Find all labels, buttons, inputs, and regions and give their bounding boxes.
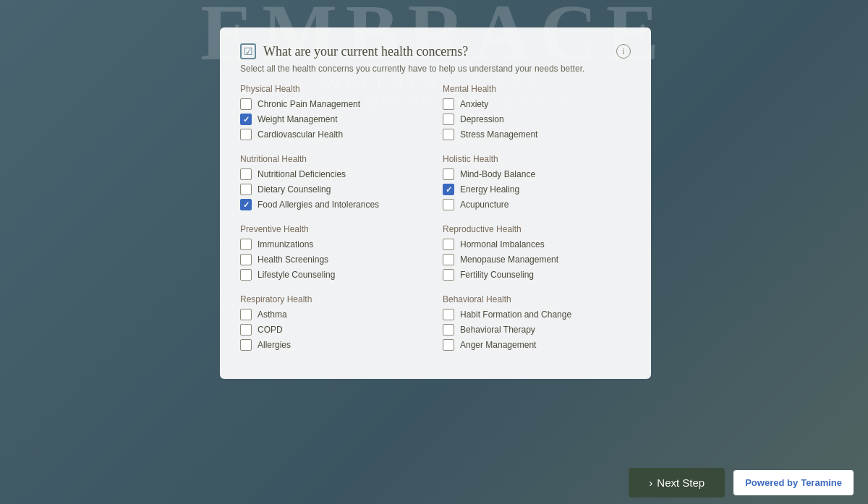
checkbox-acupuncture[interactable] <box>443 199 454 210</box>
section-physical-health: Physical HealthChronic Pain ManagementWe… <box>240 84 428 144</box>
label-stress-management: Stress Management <box>460 129 537 140</box>
next-step-label: Next Step <box>657 477 705 489</box>
label-asthma: Asthma <box>258 309 287 320</box>
label-habit-formation: Habit Formation and Change <box>460 309 571 320</box>
check-item-behavioral-therapy: Behavioral Therapy <box>443 324 631 336</box>
label-hormonal-imbalances: Hormonal Imbalances <box>460 239 545 249</box>
health-concerns-modal: ☑ What are your current health concerns?… <box>220 27 651 379</box>
check-item-stress-management: Stress Management <box>443 129 631 140</box>
label-mind-body-balance: Mind-Body Balance <box>460 169 535 179</box>
check-item-chronic-pain: Chronic Pain Management <box>240 98 428 110</box>
section-respiratory-health: Respiratory HealthAsthmaCOPDAllergies <box>240 294 428 354</box>
checkbox-depression[interactable] <box>443 114 454 125</box>
check-item-lifestyle-counseling: Lifestyle Counseling <box>240 269 428 281</box>
check-item-menopause-management: Menopause Management <box>443 254 631 265</box>
section-preventive-health: Preventive HealthImmunizationsHealth Scr… <box>240 224 428 284</box>
section-title-physical-health: Physical Health <box>240 84 428 94</box>
checkbox-menopause-management[interactable] <box>443 254 454 265</box>
checkbox-anxiety[interactable] <box>443 98 454 110</box>
label-food-allergies: Food Allergies and Intolerances <box>258 200 379 210</box>
modal-title: What are your current health concerns? <box>263 44 468 59</box>
info-icon[interactable]: i <box>616 44 631 59</box>
check-item-immunizations: Immunizations <box>240 239 428 250</box>
checkbox-anger-management[interactable] <box>443 339 454 351</box>
checkbox-dietary-counseling[interactable] <box>240 184 252 195</box>
label-fertility-counseling: Fertility Counseling <box>460 270 534 280</box>
checkbox-chronic-pain[interactable] <box>240 98 252 110</box>
label-copd: COPD <box>258 325 283 335</box>
label-anger-management: Anger Management <box>460 340 536 350</box>
check-item-habit-formation: Habit Formation and Change <box>443 309 631 320</box>
checkbox-fertility-counseling[interactable] <box>443 269 454 281</box>
checkbox-hormonal-imbalances[interactable] <box>443 239 454 250</box>
check-item-fertility-counseling: Fertility Counseling <box>443 269 631 281</box>
section-nutritional-health: Nutritional HealthNutritional Deficienci… <box>240 154 428 214</box>
section-title-behavioral-health: Behavioral Health <box>443 294 631 304</box>
label-energy-healing: Energy Healing <box>460 184 519 195</box>
label-cardiovascular: Cardiovascular Health <box>258 129 343 140</box>
section-holistic-health: Holistic HealthMind-Body BalanceEnergy H… <box>443 154 631 214</box>
label-dietary-counseling: Dietary Counseling <box>258 184 331 195</box>
modal-title-row: ☑ What are your current health concerns? <box>240 43 468 59</box>
section-title-respiratory-health: Respiratory Health <box>240 294 428 304</box>
modal-header: ☑ What are your current health concerns?… <box>240 43 631 59</box>
label-menopause-management: Menopause Management <box>460 255 558 265</box>
checkbox-asthma[interactable] <box>240 309 252 320</box>
section-behavioral-health: Behavioral HealthHabit Formation and Cha… <box>443 294 631 354</box>
label-health-screenings: Health Screenings <box>258 255 328 265</box>
check-item-weight-management: Weight Management <box>240 114 428 125</box>
label-lifestyle-counseling: Lifestyle Counseling <box>258 270 335 280</box>
label-anxiety: Anxiety <box>460 99 488 109</box>
next-step-button[interactable]: › Next Step <box>629 468 725 497</box>
label-acupuncture: Acupuncture <box>460 200 509 210</box>
check-item-anxiety: Anxiety <box>443 98 631 110</box>
modal-checkbox-icon: ☑ <box>240 43 256 59</box>
check-item-acupuncture: Acupuncture <box>443 199 631 210</box>
powered-by-badge: Powered by Teramine <box>733 470 854 495</box>
label-weight-management: Weight Management <box>258 114 338 124</box>
checkbox-mind-body-balance[interactable] <box>443 168 454 180</box>
label-immunizations: Immunizations <box>258 239 313 249</box>
check-item-allergies: Allergies <box>240 339 428 351</box>
checkbox-lifestyle-counseling[interactable] <box>240 269 252 281</box>
checkbox-cardiovascular[interactable] <box>240 129 252 140</box>
check-item-health-screenings: Health Screenings <box>240 254 428 265</box>
check-item-copd: COPD <box>240 324 428 336</box>
checkbox-behavioral-therapy[interactable] <box>443 324 454 336</box>
label-depression: Depression <box>460 114 504 124</box>
checkbox-allergies[interactable] <box>240 339 252 351</box>
section-title-mental-health: Mental Health <box>443 84 631 94</box>
checkbox-health-screenings[interactable] <box>240 254 252 265</box>
section-title-preventive-health: Preventive Health <box>240 224 428 234</box>
section-mental-health: Mental HealthAnxietyDepressionStress Man… <box>443 84 631 144</box>
check-item-dietary-counseling: Dietary Counseling <box>240 184 428 195</box>
next-icon: › <box>649 477 652 489</box>
label-allergies: Allergies <box>258 340 291 350</box>
modal-subtitle: Select all the health concerns you curre… <box>240 64 631 74</box>
check-item-anger-management: Anger Management <box>443 339 631 351</box>
checkbox-habit-formation[interactable] <box>443 309 454 320</box>
checkbox-nutritional-deficiencies[interactable] <box>240 168 252 180</box>
check-item-asthma: Asthma <box>240 309 428 320</box>
checkbox-weight-management[interactable] <box>240 114 252 125</box>
label-nutritional-deficiencies: Nutritional Deficiencies <box>258 169 346 179</box>
check-item-hormonal-imbalances: Hormonal Imbalances <box>443 239 631 250</box>
checkbox-energy-healing[interactable] <box>443 184 454 195</box>
label-chronic-pain: Chronic Pain Management <box>258 99 360 109</box>
checkbox-immunizations[interactable] <box>240 239 252 250</box>
footer: › Next Step Powered by Teramine <box>0 461 868 504</box>
check-item-food-allergies: Food Allergies and Intolerances <box>240 199 428 210</box>
section-title-holistic-health: Holistic Health <box>443 154 631 164</box>
powered-by-brand: Teramine <box>801 477 842 488</box>
checkbox-food-allergies[interactable] <box>240 199 252 210</box>
section-title-reproductive-health: Reproductive Health <box>443 224 631 234</box>
section-title-nutritional-health: Nutritional Health <box>240 154 428 164</box>
check-item-energy-healing: Energy Healing <box>443 184 631 195</box>
powered-by-label: Powered by <box>745 477 798 488</box>
label-behavioral-therapy: Behavioral Therapy <box>460 325 535 335</box>
checkbox-stress-management[interactable] <box>443 129 454 140</box>
check-item-depression: Depression <box>443 114 631 125</box>
check-item-cardiovascular: Cardiovascular Health <box>240 129 428 140</box>
sections-grid: Physical HealthChronic Pain ManagementWe… <box>240 84 631 364</box>
checkbox-copd[interactable] <box>240 324 252 336</box>
